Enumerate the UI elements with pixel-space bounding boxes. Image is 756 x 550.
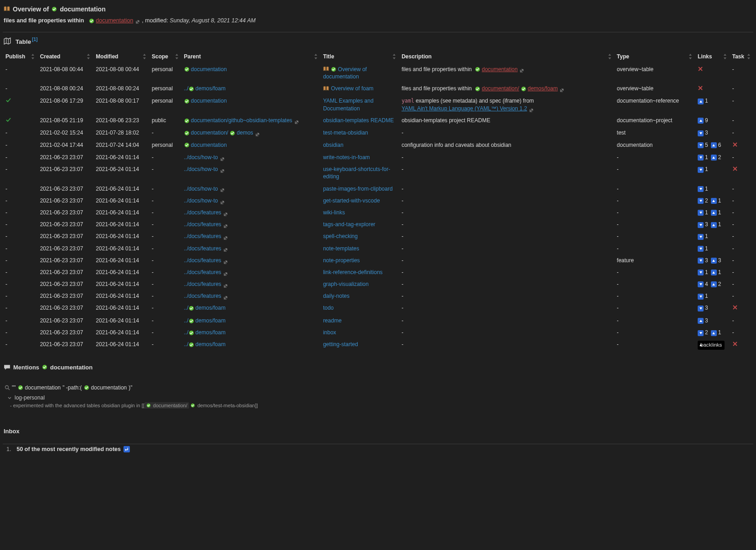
title-link[interactable]: daily-notes <box>323 293 350 299</box>
down-arrow-icon[interactable] <box>698 306 704 311</box>
parent-link[interactable]: docs/how-to <box>189 186 218 192</box>
result-body[interactable]: - experimented with the advanced tables … <box>7 403 749 409</box>
up-arrow-icon[interactable] <box>711 281 717 287</box>
down-arrow-icon[interactable] <box>698 222 704 228</box>
parent-link[interactable]: docs/how-to <box>189 197 218 204</box>
up-arrow-icon[interactable] <box>698 342 704 348</box>
up-arrow-icon[interactable] <box>711 210 717 216</box>
up-arrow-icon[interactable] <box>698 99 704 104</box>
search-result[interactable]: log-personal - experimented with the adv… <box>0 392 756 411</box>
up-arrow-icon[interactable] <box>711 142 717 148</box>
desc-link[interactable]: demos/foam <box>528 85 558 92</box>
up-arrow-icon[interactable] <box>711 270 717 275</box>
parent-link[interactable]: demos/foam <box>195 341 226 348</box>
title-link[interactable]: wiki-links <box>323 209 345 216</box>
title-link[interactable]: spell-checking <box>323 233 358 239</box>
parent-link[interactable]: docs/features <box>189 221 221 228</box>
down-arrow-icon[interactable] <box>698 246 704 252</box>
table-row: -2021-08-08 00:442021-08-08 00:44persona… <box>3 63 753 83</box>
up-arrow-icon[interactable] <box>711 330 717 336</box>
desc-link[interactable]: YAML Ain't Markup Language (YAML™) Versi… <box>401 105 527 112</box>
down-arrow-icon[interactable] <box>698 155 704 161</box>
col-task[interactable]: Task <box>730 50 753 63</box>
subtitle-link[interactable]: documentation <box>96 17 133 24</box>
inbox-item[interactable]: 1. 50 of the most recently modified note… <box>6 446 756 452</box>
title-link[interactable]: todo <box>323 305 334 311</box>
col-scope[interactable]: Scope <box>149 50 181 63</box>
down-arrow-icon[interactable] <box>698 210 704 216</box>
parent-link[interactable]: demos/foam <box>195 305 226 311</box>
down-arrow-icon[interactable] <box>698 258 704 264</box>
title-link[interactable]: get-started-with-vscode <box>323 197 380 204</box>
down-arrow-icon[interactable] <box>698 234 704 240</box>
col-description[interactable]: Description <box>399 50 614 63</box>
result-title[interactable]: log-personal <box>15 394 45 401</box>
title-link[interactable]: link-reference-definitions <box>323 269 383 275</box>
title-link[interactable]: tags-and-tag-explorer <box>323 221 375 228</box>
down-arrow-icon[interactable] <box>698 167 704 173</box>
down-arrow-icon[interactable] <box>698 142 704 148</box>
down-arrow-icon[interactable] <box>698 186 704 192</box>
col-title[interactable]: Title <box>320 50 399 63</box>
title-link[interactable]: Overview of foam <box>331 85 373 92</box>
col-links[interactable]: Links <box>695 50 730 63</box>
title-link[interactable]: use-keyboard-shortcuts-for-editing <box>323 166 390 180</box>
parent-link[interactable]: docs/how-to <box>189 154 218 161</box>
down-arrow-icon[interactable] <box>698 198 704 204</box>
title-link[interactable]: graph-visualization <box>323 281 369 287</box>
down-arrow-icon[interactable] <box>698 270 704 275</box>
title-link[interactable]: inbox <box>323 329 336 336</box>
title-link[interactable]: YAML Examples and Documentation <box>323 98 374 111</box>
title-link[interactable]: note-templates <box>323 245 359 252</box>
search-icon <box>5 385 10 390</box>
parent-link[interactable]: docs/features <box>189 257 221 264</box>
col-publish[interactable]: Publish <box>3 50 37 63</box>
external-link-icon <box>224 223 228 227</box>
title-link[interactable]: write-notes-in-foam <box>323 154 370 161</box>
desc-link[interactable]: documentation <box>482 66 518 73</box>
parent-link[interactable]: docs/features <box>189 233 221 239</box>
parent-link[interactable]: docs/features <box>189 281 221 287</box>
up-arrow-icon[interactable] <box>711 155 717 161</box>
parent-link[interactable]: documentation/ <box>191 130 228 136</box>
up-arrow-icon[interactable] <box>698 318 704 324</box>
parent-link[interactable]: demos/foam <box>195 317 226 324</box>
title-link[interactable]: test-meta-obsidian <box>323 130 368 136</box>
parent-link[interactable]: docs/features <box>189 245 221 252</box>
parent-link[interactable]: documentation <box>191 142 227 148</box>
down-arrow-icon[interactable] <box>698 330 704 336</box>
parent-link[interactable]: docs/features <box>189 209 221 216</box>
title-link[interactable]: getting-started <box>323 341 358 348</box>
down-arrow-icon[interactable] <box>698 294 704 300</box>
up-arrow-icon[interactable] <box>698 118 704 124</box>
title-link[interactable]: Overview of documentation <box>323 66 367 80</box>
up-arrow-icon[interactable] <box>711 222 717 228</box>
parent-link[interactable]: docs/how-to <box>189 166 218 172</box>
table-row: -2021-06-23 23:072021-06-24 01:14-../doc… <box>3 254 753 266</box>
parent-link[interactable]: demos/foam <box>195 329 226 336</box>
up-arrow-icon[interactable] <box>711 198 717 204</box>
title-link[interactable]: obsidian-templates README <box>323 117 394 124</box>
chevron-down-icon[interactable] <box>7 395 12 400</box>
parent-link[interactable]: documentation <box>191 98 227 104</box>
col-parent[interactable]: Parent <box>181 50 320 63</box>
up-arrow-icon[interactable] <box>711 258 717 264</box>
desc-link[interactable]: documentation/ <box>482 85 519 92</box>
down-arrow-icon[interactable] <box>698 130 704 136</box>
parent-link[interactable]: documentation <box>191 66 227 73</box>
page-subtitle: files and file properties within documen… <box>4 17 752 24</box>
parent-link[interactable]: docs/features <box>189 293 221 299</box>
col-created[interactable]: Created <box>37 50 93 63</box>
parent-link[interactable]: documentation/github~obsidian-templates <box>191 117 292 124</box>
footnote-link[interactable]: [1] <box>32 37 37 42</box>
col-modified[interactable]: Modified <box>93 50 149 63</box>
parent-link[interactable]: demos <box>237 130 253 136</box>
title-link[interactable]: readme <box>323 317 342 324</box>
col-type[interactable]: Type <box>614 50 695 63</box>
title-link[interactable]: paste-images-from-clipboard <box>323 186 393 192</box>
title-link[interactable]: note-properties <box>323 257 360 264</box>
parent-link[interactable]: docs/features <box>189 269 221 275</box>
title-link[interactable]: obsidian <box>323 142 344 148</box>
parent-link[interactable]: demos/foam <box>195 85 226 92</box>
down-arrow-icon[interactable] <box>698 281 704 287</box>
